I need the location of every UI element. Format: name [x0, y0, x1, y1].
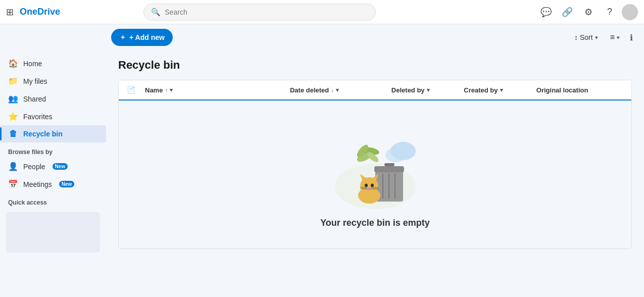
home-icon: 🏠 — [8, 59, 18, 68]
deleted-by-chevron-icon: ▾ — [427, 87, 430, 93]
favorites-icon: ⭐ — [8, 112, 18, 121]
content-area: Recycle bin 📄 Name ↑ ▾ Date deleted ↓ ▾ … — [106, 51, 644, 297]
info-icon: ℹ — [630, 33, 633, 42]
svg-point-2 — [385, 148, 406, 162]
sidebar: 🏠 Home 📁 My files 👥 Shared ⭐ Favorites 🗑… — [0, 51, 106, 297]
settings-icon: ⚙ — [584, 7, 592, 18]
sidebar-item-favorites[interactable]: ⭐ Favorites — [0, 108, 106, 125]
people-new-badge: New — [53, 163, 68, 170]
col-date-label: Date deleted — [290, 86, 329, 94]
toolbar-right: ↕ Sort ▾ ≡ ▾ ℹ — [569, 30, 636, 45]
date-sort-arrow: ↓ — [331, 87, 334, 93]
svg-point-19 — [367, 187, 371, 190]
svg-rect-12 — [384, 163, 394, 166]
file-table: 📄 Name ↑ ▾ Date deleted ↓ ▾ Deleted by ▾ — [118, 80, 632, 249]
chat-icon-button[interactable]: 💬 — [537, 3, 555, 21]
sort-label: Sort — [580, 33, 593, 41]
meetings-icon: 📅 — [8, 179, 18, 189]
search-bar[interactable]: 🔍 — [143, 4, 376, 21]
view-chevron-icon: ▾ — [617, 34, 620, 41]
topbar: ⊞ OneDrive 🔍 💬 🔗 ⚙ ? — [0, 0, 644, 24]
sort-button[interactable]: ↕ Sort ▾ — [569, 30, 603, 44]
sidebar-item-shared[interactable]: 👥 Shared — [0, 90, 106, 108]
empty-title: Your recycle bin is empty — [320, 218, 430, 228]
info-button[interactable]: ℹ — [627, 30, 636, 45]
sidebar-item-people[interactable]: 👤 People New — [0, 158, 106, 175]
quick-access-label: Quick access — [0, 193, 106, 208]
sidebar-item-my-files[interactable]: 📁 My files — [0, 72, 106, 90]
topbar-icons: 💬 🔗 ⚙ ? — [537, 3, 638, 21]
sidebar-item-my-files-label: My files — [23, 77, 47, 85]
svg-rect-8 — [374, 166, 404, 172]
col-location-header: Original location — [536, 86, 623, 94]
meetings-new-badge: New — [59, 181, 75, 187]
col-name-label: Name — [145, 86, 163, 94]
col-created-by-header[interactable]: Created by ▾ — [464, 86, 536, 94]
svg-point-18 — [371, 184, 374, 187]
user-avatar[interactable] — [622, 4, 638, 20]
my-files-icon: 📁 — [8, 76, 18, 86]
name-sort-arrow: ↑ — [165, 87, 168, 93]
share-icon: 🔗 — [562, 7, 573, 18]
toolbar: ＋ + Add new ↕ Sort ▾ ≡ ▾ ℹ — [0, 24, 644, 51]
search-icon: 🔍 — [151, 8, 161, 17]
add-new-label: + Add new — [129, 33, 165, 41]
col-icon-header: 📄 — [127, 85, 145, 94]
col-deleted-by-label: Deleted by — [391, 86, 425, 94]
date-chevron-icon: ▾ — [336, 87, 339, 93]
quick-access-placeholder — [6, 212, 100, 253]
sidebar-item-home-label: Home — [23, 60, 42, 68]
col-created-by-label: Created by — [464, 86, 498, 94]
col-name-header[interactable]: Name ↑ ▾ — [145, 86, 290, 94]
grid-icon[interactable]: ⊞ — [6, 7, 14, 18]
svg-point-17 — [365, 184, 368, 187]
app-logo[interactable]: OneDrive — [20, 7, 60, 17]
sidebar-item-meetings[interactable]: 📅 Meetings New — [0, 175, 106, 193]
sort-icon: ↕ — [574, 33, 578, 41]
help-icon-button[interactable]: ? — [601, 3, 619, 21]
sidebar-item-meetings-label: Meetings — [23, 180, 52, 188]
col-location-label: Original location — [536, 86, 588, 94]
empty-state: Your recycle bin is empty — [119, 101, 631, 249]
help-icon: ? — [607, 7, 612, 17]
sidebar-item-people-label: People — [23, 163, 45, 171]
sidebar-item-recycle-bin[interactable]: 🗑 Recycle bin — [0, 125, 106, 142]
file-type-icon: 📄 — [127, 86, 135, 94]
settings-icon-button[interactable]: ⚙ — [579, 3, 598, 21]
plus-icon: ＋ — [119, 33, 126, 42]
share-icon-button[interactable]: 🔗 — [558, 3, 576, 21]
view-icon: ≡ — [610, 33, 615, 42]
sort-chevron-icon: ▾ — [595, 34, 598, 41]
search-input[interactable] — [165, 8, 368, 16]
page-title: Recycle bin — [118, 59, 632, 72]
browse-files-label: Browse files by — [0, 142, 106, 158]
empty-illustration — [325, 121, 426, 212]
main-layout: 🏠 Home 📁 My files 👥 Shared ⭐ Favorites 🗑… — [0, 51, 644, 297]
view-button[interactable]: ≡ ▾ — [605, 30, 625, 45]
add-new-button[interactable]: ＋ + Add new — [111, 29, 173, 46]
col-deleted-by-header[interactable]: Deleted by ▾ — [391, 86, 464, 94]
created-by-chevron-icon: ▾ — [500, 87, 503, 93]
col-date-header[interactable]: Date deleted ↓ ▾ — [290, 86, 391, 94]
name-chevron-icon: ▾ — [170, 87, 173, 93]
table-header: 📄 Name ↑ ▾ Date deleted ↓ ▾ Deleted by ▾ — [119, 80, 631, 101]
sidebar-item-favorites-label: Favorites — [23, 113, 53, 121]
sidebar-item-recycle-bin-label: Recycle bin — [23, 130, 63, 138]
recycle-bin-icon: 🗑 — [8, 129, 18, 138]
shared-icon: 👥 — [8, 94, 18, 104]
sidebar-item-shared-label: Shared — [23, 95, 46, 103]
people-icon: 👤 — [8, 162, 18, 171]
sidebar-item-home[interactable]: 🏠 Home — [0, 55, 106, 72]
chat-icon: 💬 — [540, 7, 552, 18]
